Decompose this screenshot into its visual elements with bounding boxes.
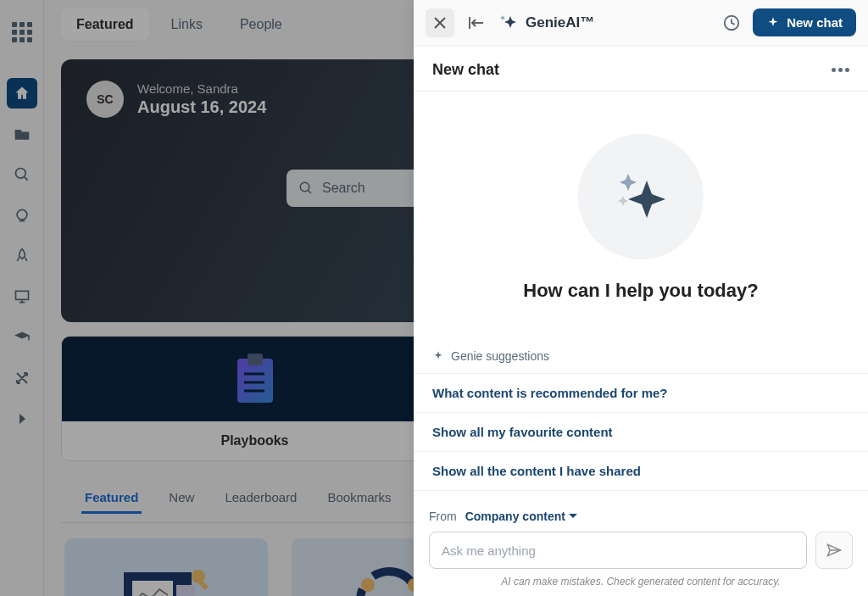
new-chat-button[interactable]: New chat xyxy=(753,8,856,36)
new-chat-label: New chat xyxy=(787,15,843,30)
chat-body: How can I help you today? Genie suggesti… xyxy=(414,92,868,498)
expand-icon[interactable] xyxy=(7,404,37,434)
chat-panel: GenieAI™ New chat New chat How can I hel… xyxy=(414,0,868,596)
chat-input[interactable]: Ask me anything xyxy=(429,532,807,569)
chat-subheader: New chat xyxy=(414,46,868,92)
avatar[interactable]: SC xyxy=(86,81,124,118)
suggestion-item[interactable]: Show all my favourite content xyxy=(414,412,868,451)
svg-rect-11 xyxy=(248,354,263,365)
chat-footer: From Company content Ask me anything AI … xyxy=(414,498,868,596)
collapse-button[interactable] xyxy=(465,11,488,35)
globe-icon[interactable] xyxy=(7,200,37,231)
chevron-down-icon xyxy=(569,513,577,520)
svg-rect-5 xyxy=(15,291,28,299)
from-label: From xyxy=(429,510,457,523)
brand: GenieAI™ xyxy=(498,13,594,33)
shuffle-icon[interactable] xyxy=(7,363,37,393)
greeting-text: How can I help you today? xyxy=(523,280,758,302)
chat-header: GenieAI™ New chat xyxy=(414,0,868,46)
suggestions: Genie suggestions What content is recomm… xyxy=(414,349,868,491)
svg-line-9 xyxy=(308,190,311,193)
home-icon[interactable] xyxy=(7,78,37,109)
close-icon xyxy=(433,16,447,30)
subtab-bookmarks[interactable]: Bookmarks xyxy=(324,483,394,514)
input-placeholder: Ask me anything xyxy=(442,543,536,558)
disclaimer-text: AI can make mistakes. Check generated co… xyxy=(429,576,853,588)
tab-featured[interactable]: Featured xyxy=(61,8,149,41)
suggestion-item[interactable]: What content is recommended for me? xyxy=(414,373,868,412)
close-chat-button[interactable] xyxy=(426,8,454,37)
content-card[interactable] xyxy=(64,538,268,596)
subtab-new[interactable]: New xyxy=(165,483,198,514)
svg-point-2 xyxy=(17,209,27,220)
clipboard-icon xyxy=(232,352,278,406)
source-selector[interactable]: Company content xyxy=(465,510,577,523)
subtab-featured[interactable]: Featured xyxy=(81,483,142,514)
suggestion-item[interactable]: Show all the content I have shared xyxy=(414,451,868,491)
svg-point-8 xyxy=(300,182,309,192)
brand-label: GenieAI™ xyxy=(526,14,594,31)
sparkle-icon xyxy=(432,350,444,362)
clock-icon xyxy=(722,14,741,32)
search-placeholder: Search xyxy=(322,181,365,196)
source-value: Company content xyxy=(465,510,565,523)
presentation-icon[interactable] xyxy=(7,281,37,312)
search-icon xyxy=(298,181,314,196)
svg-point-0 xyxy=(15,169,25,179)
more-options-button[interactable] xyxy=(832,68,849,72)
tab-links[interactable]: Links xyxy=(156,8,218,41)
sparkle-icon xyxy=(766,16,780,30)
card-label: Playbooks xyxy=(62,421,448,460)
apps-grid-icon[interactable] xyxy=(7,17,37,47)
collapse-icon xyxy=(468,15,485,31)
hero-date: August 16, 2024 xyxy=(137,97,266,117)
sparkle-icon xyxy=(498,13,519,33)
suggestions-header: Genie suggestions xyxy=(414,349,868,373)
svg-point-23 xyxy=(361,578,375,592)
search-nav-icon[interactable] xyxy=(7,159,37,190)
welcome-text: Welcome, Sandra xyxy=(137,81,266,96)
svg-line-1 xyxy=(24,177,27,181)
chat-title: New chat xyxy=(432,61,499,79)
folder-icon[interactable] xyxy=(7,119,37,149)
rocket-icon[interactable] xyxy=(7,241,37,271)
hero-sparkle-icon xyxy=(578,134,704,259)
education-icon[interactable] xyxy=(7,322,37,353)
svg-rect-20 xyxy=(176,585,195,596)
suggestions-label: Genie suggestions xyxy=(451,349,549,363)
tab-people[interactable]: People xyxy=(225,8,298,41)
left-nav xyxy=(0,0,44,596)
card-playbooks[interactable]: Playbooks xyxy=(61,336,448,461)
history-button[interactable] xyxy=(722,14,741,32)
send-icon xyxy=(826,542,843,559)
send-button[interactable] xyxy=(815,532,853,569)
subtab-leaderboard[interactable]: Leaderboard xyxy=(221,483,300,514)
